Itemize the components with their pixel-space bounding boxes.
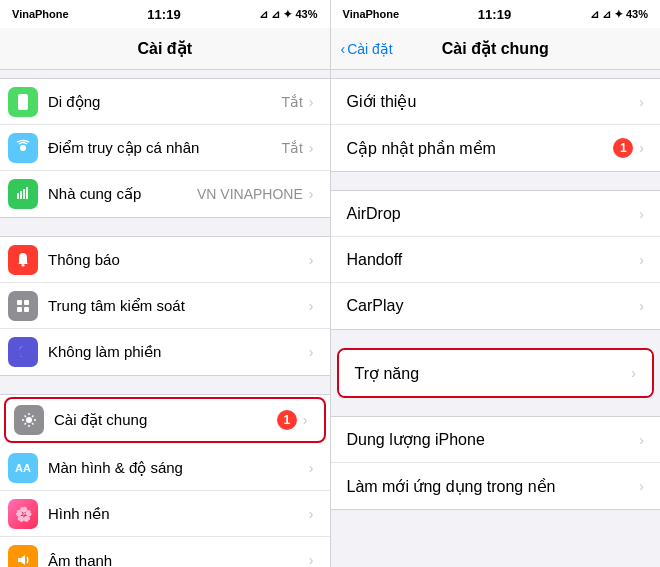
back-chevron-icon: ‹ [341, 41, 346, 57]
about-label: Giới thiệu [347, 92, 640, 111]
svg-rect-2 [22, 264, 25, 267]
left-status-icons: ⊿ ⊿ ✦ 43% [259, 8, 317, 21]
storage-chevron: › [639, 432, 644, 448]
row-about[interactable]: Giới thiệu › [331, 79, 661, 125]
carrier-icon [8, 179, 38, 209]
carplay-chevron: › [639, 298, 644, 314]
handoff-label: Handoff [347, 251, 640, 269]
carrier-label: Nhà cung cấp [48, 185, 197, 203]
display-icon: AA [8, 453, 38, 483]
carplay-label: CarPlay [347, 297, 640, 315]
background-refresh-label: Làm mới ứng dụng trong nền [347, 477, 640, 496]
row-handoff[interactable]: Handoff › [331, 237, 661, 283]
right-status-bar: VinaPhone 11:19 ⊿ ⊿ ✦ 43% [331, 0, 661, 28]
right-settings-content: Giới thiệu › Cập nhật phần mềm 1 › AirDr… [331, 70, 661, 567]
right-section-group-3: Trợ năng › [337, 348, 655, 398]
update-chevron: › [639, 140, 644, 156]
left-section-group-1: Di động Tắt › Điểm truy cập cá nhân Tắt [0, 78, 330, 218]
row-hotspot[interactable]: Điểm truy cập cá nhân Tắt › [0, 125, 330, 171]
left-section-3: Cài đặt chung 1 › AA Màn hình & độ sáng … [0, 394, 330, 567]
right-section-group-2: AirDrop › Handoff › CarPlay › [331, 190, 661, 330]
hotspot-label: Điểm truy cập cá nhân [48, 139, 281, 157]
row-di-dong[interactable]: Di động Tắt › [0, 79, 330, 125]
about-chevron: › [639, 94, 644, 110]
di-dong-label: Di động [48, 93, 281, 111]
di-dong-value: Tắt [281, 94, 302, 110]
right-section-1: Giới thiệu › Cập nhật phần mềm 1 › [331, 78, 661, 172]
right-nav-bar: ‹ Cài đặt Cài đặt chung [331, 28, 661, 70]
right-nav-title: Cài đặt chung [442, 39, 549, 58]
left-time: 11:19 [147, 7, 180, 22]
notifications-chevron: › [309, 252, 314, 268]
svg-point-7 [26, 417, 32, 423]
dnd-label: Không làm phiền [48, 343, 309, 361]
back-button[interactable]: ‹ Cài đặt [341, 41, 393, 57]
svg-rect-3 [17, 300, 22, 305]
row-display[interactable]: AA Màn hình & độ sáng › [0, 445, 330, 491]
right-section-2: AirDrop › Handoff › CarPlay › [331, 190, 661, 330]
di-dong-chevron: › [309, 94, 314, 110]
left-section-group-3: Cài đặt chung 1 › AA Màn hình & độ sáng … [0, 394, 330, 567]
row-sound[interactable]: Âm thanh › [0, 537, 330, 567]
row-background-refresh[interactable]: Làm mới ứng dụng trong nền › [331, 463, 661, 509]
svg-rect-0 [18, 94, 28, 110]
left-settings-content: Di động Tắt › Điểm truy cập cá nhân Tắt [0, 70, 330, 567]
row-carrier[interactable]: Nhà cung cấp VN VINAPHONE › [0, 171, 330, 217]
control-center-icon [8, 291, 38, 321]
right-section-3: Trợ năng › [331, 348, 661, 398]
wallpaper-chevron: › [309, 506, 314, 522]
di-dong-icon [8, 87, 38, 117]
hotspot-chevron: › [309, 140, 314, 156]
update-label: Cập nhật phần mềm [347, 139, 614, 158]
dnd-icon [8, 337, 38, 367]
right-section-group-4: Dung lượng iPhone › Làm mới ứng dụng tro… [331, 416, 661, 510]
right-section-group-1: Giới thiệu › Cập nhật phần mềm 1 › [331, 78, 661, 172]
storage-label: Dung lượng iPhone [347, 430, 640, 449]
general-label: Cài đặt chung [54, 411, 277, 429]
left-nav-bar: Cài đặt [0, 28, 330, 70]
display-chevron: › [309, 460, 314, 476]
wallpaper-icon: 🌸 [8, 499, 38, 529]
dnd-chevron: › [309, 344, 314, 360]
notifications-icon [8, 245, 38, 275]
row-control-center[interactable]: Trung tâm kiểm soát › [0, 283, 330, 329]
hotspot-value: Tắt [281, 140, 302, 156]
row-accessibility[interactable]: Trợ năng › [339, 350, 653, 396]
svg-rect-6 [24, 307, 29, 312]
left-status-bar: VinaPhone 11:19 ⊿ ⊿ ✦ 43% [0, 0, 330, 28]
row-notifications[interactable]: Thông báo › [0, 237, 330, 283]
left-nav-title: Cài đặt [138, 39, 192, 58]
sound-chevron: › [309, 552, 314, 567]
accessibility-label: Trợ năng [355, 364, 632, 383]
right-panel: VinaPhone 11:19 ⊿ ⊿ ✦ 43% ‹ Cài đặt Cài … [331, 0, 661, 567]
row-carplay[interactable]: CarPlay › [331, 283, 661, 329]
carrier-value: VN VINAPHONE [197, 186, 303, 202]
row-update[interactable]: Cập nhật phần mềm 1 › [331, 125, 661, 171]
background-refresh-chevron: › [639, 478, 644, 494]
left-section-2: Thông báo › Trung tâm kiểm soát › [0, 236, 330, 376]
svg-rect-5 [17, 307, 22, 312]
row-airdrop[interactable]: AirDrop › [331, 191, 661, 237]
back-label[interactable]: Cài đặt [347, 41, 393, 57]
svg-point-1 [20, 145, 26, 151]
carrier-chevron: › [309, 186, 314, 202]
control-center-label: Trung tâm kiểm soát [48, 297, 309, 315]
hotspot-icon [8, 133, 38, 163]
airdrop-label: AirDrop [347, 205, 640, 223]
row-dnd[interactable]: Không làm phiền › [0, 329, 330, 375]
left-panel: VinaPhone 11:19 ⊿ ⊿ ✦ 43% Cài đặt Di độn… [0, 0, 330, 567]
left-carrier: VinaPhone [12, 8, 69, 20]
row-general[interactable]: Cài đặt chung 1 › [4, 397, 326, 443]
notifications-label: Thông báo [48, 251, 309, 268]
row-wallpaper[interactable]: 🌸 Hình nền › [0, 491, 330, 537]
row-storage[interactable]: Dung lượng iPhone › [331, 417, 661, 463]
general-icon [14, 405, 44, 435]
svg-rect-4 [24, 300, 29, 305]
left-section-1: Di động Tắt › Điểm truy cập cá nhân Tắt [0, 78, 330, 218]
control-center-chevron: › [309, 298, 314, 314]
update-badge: 1 [613, 138, 633, 158]
right-carrier: VinaPhone [343, 8, 400, 20]
sound-icon [8, 545, 38, 567]
display-label: Màn hình & độ sáng [48, 459, 309, 477]
airdrop-chevron: › [639, 206, 644, 222]
